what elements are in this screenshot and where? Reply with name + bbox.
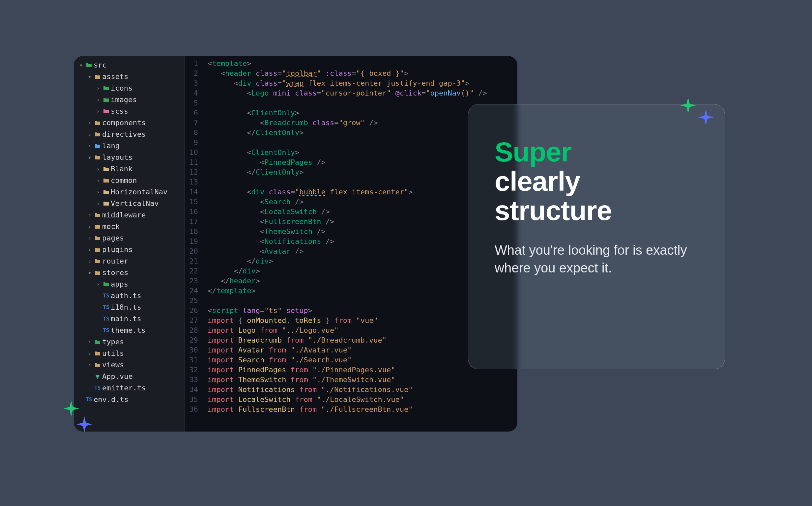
tree-item[interactable]: ›types bbox=[74, 336, 184, 348]
tree-item-label: views bbox=[102, 361, 124, 369]
tree-item-label: scss bbox=[111, 107, 128, 115]
tree-item[interactable]: ›common bbox=[74, 175, 184, 186]
tree-item-label: apps bbox=[111, 280, 128, 288]
sparkle-icon bbox=[76, 416, 92, 432]
tree-item-label: Blank bbox=[111, 165, 133, 173]
chevron-icon: › bbox=[95, 85, 101, 92]
chevron-icon: › bbox=[86, 361, 93, 368]
tree-item-label: layouts bbox=[102, 153, 133, 161]
tree-item[interactable]: TSauth.ts bbox=[74, 290, 184, 302]
tree-item-label: middleware bbox=[102, 211, 146, 219]
card-title: clearly structure bbox=[495, 166, 612, 226]
tree-item[interactable]: ›scss bbox=[74, 105, 184, 117]
tree-item-label: images bbox=[111, 95, 137, 104]
code-line[interactable]: import Notifications from "./Notificatio… bbox=[208, 385, 517, 395]
chevron-icon: › bbox=[95, 108, 101, 115]
tree-item-label: common bbox=[111, 176, 137, 184]
card-title-accent: Super bbox=[495, 137, 571, 167]
chevron-icon: › bbox=[95, 188, 101, 195]
tree-item[interactable]: ›plugins bbox=[74, 244, 184, 255]
code-line[interactable]: <template> bbox=[208, 59, 517, 69]
code-line[interactable]: import LocaleSwitch from "./LocaleSwitch… bbox=[208, 395, 517, 405]
tree-item-label: directives bbox=[102, 130, 146, 138]
tree-item[interactable]: ›utils bbox=[74, 348, 184, 359]
tree-item[interactable]: ›router bbox=[74, 255, 184, 267]
tree-item[interactable]: TSmain.ts bbox=[74, 313, 184, 325]
tree-item-label: router bbox=[102, 257, 128, 265]
chevron-icon: ▾ bbox=[78, 62, 84, 69]
line-gutter: 1234567891011121314151617181920212223242… bbox=[184, 56, 203, 432]
chevron-icon: › bbox=[95, 200, 101, 207]
chevron-icon: › bbox=[86, 338, 93, 345]
chevron-icon: › bbox=[86, 246, 93, 253]
tree-item-label: types bbox=[102, 338, 124, 346]
code-line[interactable]: <div class="wrap flex items-center justi… bbox=[208, 78, 517, 88]
chevron-icon: › bbox=[86, 131, 93, 138]
feature-card: Super clearly structure What you're look… bbox=[468, 104, 725, 369]
tree-item[interactable]: TSenv.d.ts bbox=[74, 394, 184, 405]
tree-item[interactable]: TSi18n.ts bbox=[74, 302, 184, 313]
tree-item-label: assets bbox=[102, 73, 128, 81]
code-line[interactable] bbox=[208, 98, 517, 108]
sparkle-icon bbox=[698, 109, 714, 125]
tree-item[interactable]: ›icons bbox=[74, 82, 184, 94]
sparkle-icon bbox=[63, 401, 79, 416]
chevron-icon: › bbox=[95, 96, 101, 103]
tree-item[interactable]: ▾src bbox=[74, 59, 184, 71]
code-line[interactable]: <header class="toolbar" :class="{ boxed … bbox=[208, 69, 517, 78]
tree-item-label: env.d.ts bbox=[94, 395, 129, 404]
chevron-icon: ▾ bbox=[86, 154, 93, 161]
tree-item-label: i18n.ts bbox=[111, 303, 141, 311]
tree-item[interactable]: ▾assets bbox=[74, 71, 184, 82]
tree-item-label: emitter.ts bbox=[102, 384, 146, 392]
tree-item[interactable]: ›images bbox=[74, 94, 184, 105]
tree-item-label: auth.ts bbox=[111, 291, 141, 300]
tree-item-label: HorizontalNav bbox=[111, 188, 167, 196]
chevron-icon: ▾ bbox=[86, 73, 93, 80]
code-editor: ▾src▾assets›icons›images›scss›components… bbox=[74, 56, 517, 432]
tree-item[interactable]: ›Blank bbox=[74, 163, 184, 175]
code-line[interactable]: <Logo mini class="cursor-pointer" @click… bbox=[208, 88, 517, 98]
tree-item[interactable]: ›views bbox=[74, 359, 184, 370]
tree-item-label: icons bbox=[111, 84, 133, 92]
tree-item[interactable]: ›pages bbox=[74, 232, 184, 244]
editor-pane[interactable]: 1234567891011121314151617181920212223242… bbox=[184, 56, 517, 432]
code-line[interactable]: import PinnedPages from "./PinnedPages.v… bbox=[208, 365, 517, 375]
code-line[interactable]: import ThemeSwitch from "./ThemeSwitch.v… bbox=[208, 375, 517, 385]
chevron-icon: › bbox=[95, 177, 101, 184]
tree-item-label: VerticalNav bbox=[111, 199, 159, 207]
tree-item[interactable]: ›HorizontalNav bbox=[74, 186, 184, 198]
tree-item-label: theme.ts bbox=[111, 326, 146, 334]
tree-item[interactable]: ›directives bbox=[74, 129, 184, 140]
tree-item-label: mock bbox=[102, 222, 119, 231]
file-explorer[interactable]: ▾src▾assets›icons›images›scss›components… bbox=[74, 56, 184, 432]
tree-item[interactable]: TStheme.ts bbox=[74, 325, 184, 336]
chevron-icon: › bbox=[86, 142, 93, 149]
tree-item[interactable]: ›components bbox=[74, 117, 184, 129]
tree-item[interactable]: ›VerticalNav bbox=[74, 198, 184, 209]
chevron-icon: › bbox=[86, 212, 93, 219]
tree-item-label: main.ts bbox=[111, 315, 141, 323]
tree-item-label: src bbox=[94, 61, 107, 69]
chevron-icon: ▾ bbox=[86, 269, 93, 276]
code-line[interactable]: import FullscreenBtn from "./FullscreenB… bbox=[208, 405, 517, 414]
tree-item-label: lang bbox=[102, 142, 119, 150]
chevron-icon: › bbox=[95, 165, 101, 172]
tree-item-label: components bbox=[102, 118, 146, 127]
chevron-icon: › bbox=[86, 350, 93, 357]
tree-item[interactable]: ›lang bbox=[74, 140, 184, 152]
chevron-icon: › bbox=[95, 281, 101, 287]
chevron-icon: › bbox=[86, 223, 93, 230]
tree-item-label: stores bbox=[102, 268, 128, 277]
chevron-icon: › bbox=[86, 258, 93, 264]
chevron-icon: › bbox=[86, 119, 93, 126]
tree-item[interactable]: ›mock bbox=[74, 221, 184, 232]
tree-item[interactable]: ›apps bbox=[74, 278, 184, 290]
tree-item-label: utils bbox=[102, 349, 124, 357]
tree-item[interactable]: ▾stores bbox=[74, 267, 184, 278]
tree-item[interactable]: ▾layouts bbox=[74, 152, 184, 163]
tree-item[interactable]: ›middleware bbox=[74, 209, 184, 221]
tree-item-label: pages bbox=[102, 234, 124, 242]
tree-item[interactable]: TSemitter.ts bbox=[74, 382, 184, 394]
tree-item[interactable]: ▼App.vue bbox=[74, 370, 184, 382]
